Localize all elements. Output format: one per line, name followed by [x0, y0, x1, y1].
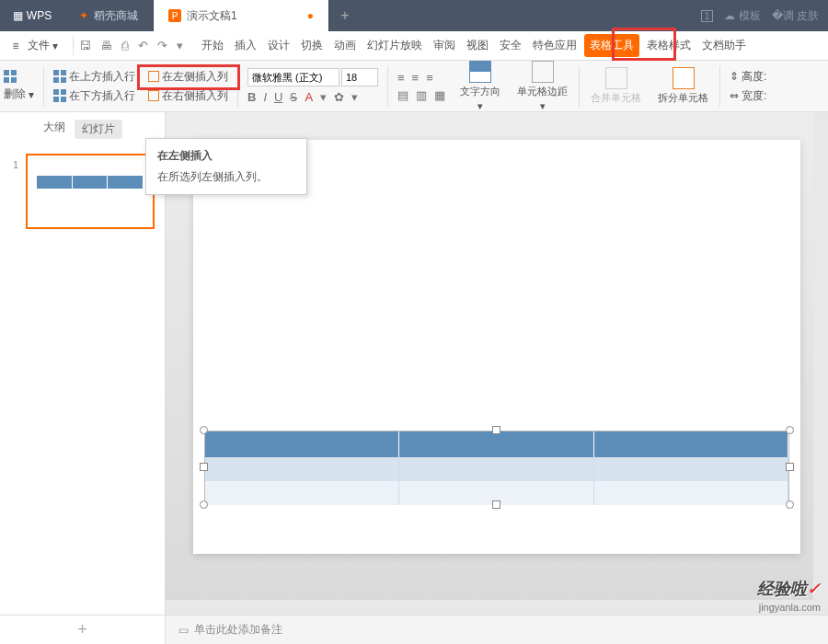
tab-insert[interactable]: 插入	[231, 34, 260, 57]
handle-tl[interactable]	[200, 426, 208, 434]
highlight-button[interactable]: ✿	[334, 90, 344, 104]
handle-ml[interactable]	[200, 463, 208, 471]
undo-icon[interactable]: ↶	[138, 39, 148, 52]
tab-transition[interactable]: 切换	[297, 34, 327, 57]
window-badge[interactable]: 1	[701, 10, 714, 22]
outline-tab[interactable]: 大纲	[43, 120, 65, 139]
file-menu[interactable]: 文件▾	[28, 38, 58, 53]
bold-button[interactable]: B	[247, 90, 256, 104]
insert-col-left[interactable]: 在左侧插入列	[148, 69, 228, 85]
delete-label[interactable]: 删除 ▾	[4, 86, 34, 102]
valign-middle-icon[interactable]: ▥	[416, 88, 427, 102]
quick-access-toolbar: 🖫 🖶 ⎙ ↶ ↷ ▾	[79, 39, 183, 52]
tab-store[interactable]: ✦ 稻壳商城	[64, 0, 154, 31]
tab-doc-helper[interactable]: 文档助手	[698, 34, 750, 57]
add-slide-button[interactable]: +	[0, 615, 166, 644]
delete-button[interactable]	[4, 70, 34, 83]
wps-icon: ▦	[13, 9, 23, 22]
handle-mr[interactable]	[786, 463, 794, 471]
modified-dot-icon: ●	[307, 9, 314, 22]
tab-security[interactable]: 安全	[496, 34, 525, 57]
preview-icon[interactable]: ⎙	[121, 39, 129, 52]
tab-special[interactable]: 特色应用	[529, 34, 581, 57]
tab-store-label: 稻壳商城	[94, 8, 138, 24]
grid-icon	[4, 70, 17, 83]
selected-table[interactable]	[204, 431, 789, 504]
split-icon	[673, 67, 695, 89]
font-name-select[interactable]	[247, 68, 339, 86]
tab-design[interactable]: 设计	[264, 34, 293, 57]
more-qat-icon[interactable]: ▾	[177, 39, 183, 52]
valign-bottom-icon[interactable]: ▦	[434, 88, 445, 102]
ribbon: 删除 ▾ 在上方插入行 在下方插入行 在左侧插入列 在右侧插入列 B I U S…	[0, 61, 828, 112]
tab-table-tools[interactable]: 表格工具	[584, 34, 639, 57]
valign-top-icon[interactable]: ▤	[397, 88, 408, 102]
tooltip-insert-left: 在左侧插入 在所选列左侧插入列。	[145, 138, 307, 195]
cell-margin-icon	[532, 61, 554, 83]
tab-table-style[interactable]: 表格样式	[643, 34, 695, 57]
new-tab-button[interactable]: +	[329, 7, 361, 24]
align-left-icon[interactable]: ≡	[397, 71, 405, 85]
insert-row-below[interactable]: 在下方插入行	[53, 88, 135, 104]
cell-margin-button[interactable]: 单元格边距 ▾	[512, 61, 573, 112]
text-direction-button[interactable]: 文字方向 ▾	[454, 61, 506, 112]
handle-tm[interactable]	[492, 426, 500, 434]
skin-link[interactable]: �调 皮肤	[772, 8, 819, 24]
insert-below-icon	[53, 89, 66, 102]
notes-pane[interactable]: ▭ 单击此处添加备注	[166, 615, 828, 644]
slide-panel: 大纲 幻灯片 1	[0, 112, 166, 615]
tab-document-label: 演示文稿1	[187, 8, 237, 24]
height-icon: ⇕	[730, 70, 739, 83]
tooltip-title: 在左侧插入	[157, 148, 295, 164]
vertical-scrollbar[interactable]	[813, 112, 828, 615]
align-right-icon[interactable]: ≡	[426, 71, 433, 85]
row-height[interactable]: ⇕高度:	[730, 69, 766, 85]
slides-tab[interactable]: 幻灯片	[75, 120, 122, 139]
insert-left-icon	[148, 71, 159, 82]
insert-row-above[interactable]: 在上方插入行	[53, 69, 135, 85]
handle-bm[interactable]	[492, 500, 500, 509]
chevron-down-icon: ▾	[52, 40, 58, 52]
tab-animation[interactable]: 动画	[330, 34, 360, 57]
template-link[interactable]: ☁ 模板	[724, 8, 760, 24]
tab-review[interactable]: 审阅	[430, 34, 459, 57]
hamburger-icon[interactable]: ≡	[9, 40, 22, 52]
app-logo: ▦ WPS	[0, 9, 64, 22]
tab-view[interactable]: 视图	[463, 34, 492, 57]
split-cells-button[interactable]: 拆分单元格	[652, 67, 714, 105]
presentation-icon: P	[168, 9, 181, 22]
handle-bl[interactable]	[200, 500, 208, 509]
align-center-icon[interactable]: ≡	[412, 71, 420, 85]
tab-document[interactable]: P 演示文稿1 ●	[154, 0, 329, 31]
merge-cells-button[interactable]: 合并单元格	[585, 67, 647, 105]
save-icon[interactable]: 🖫	[79, 39, 91, 52]
tab-start[interactable]: 开始	[198, 34, 227, 57]
checkmark-icon: ✓	[807, 580, 821, 598]
title-bar: ▦ WPS ✦ 稻壳商城 P 演示文稿1 ● + 1 ☁ 模板 �调 皮肤	[0, 0, 828, 31]
flame-icon: ✦	[79, 9, 88, 22]
slide[interactable]	[193, 140, 800, 554]
handle-br[interactable]	[786, 500, 794, 509]
insert-col-right[interactable]: 在右侧插入列	[148, 88, 228, 104]
print-icon[interactable]: 🖶	[100, 39, 112, 52]
watermark: 经验啦✓	[757, 578, 821, 600]
slide-number: 1	[13, 159, 18, 170]
redo-icon[interactable]: ↷	[157, 39, 167, 52]
strike-button[interactable]: S̶	[290, 90, 297, 104]
text-direction-icon	[469, 61, 491, 83]
font-size-select[interactable]	[341, 68, 378, 86]
horizontal-scrollbar[interactable]	[166, 600, 813, 615]
underline-button[interactable]: U	[274, 90, 282, 104]
watermark-sub: jingyanla.com	[759, 602, 821, 613]
font-color-button[interactable]: A	[305, 90, 313, 104]
slide-thumbnail-1[interactable]: 1	[13, 154, 152, 229]
italic-button[interactable]: I	[263, 90, 267, 104]
tooltip-desc: 在所选列左侧插入列。	[157, 169, 295, 185]
tab-slideshow[interactable]: 幻灯片放映	[363, 34, 426, 57]
app-name: WPS	[27, 9, 52, 22]
handle-tr[interactable]	[786, 426, 794, 434]
col-width[interactable]: ⇔宽度:	[730, 88, 766, 104]
notes-icon: ▭	[178, 624, 189, 637]
menu-bar: ≡ 文件▾ 🖫 🖶 ⎙ ↶ ↷ ▾ 开始 插入 设计 切换 动画 幻灯片放映 审…	[0, 31, 828, 61]
ribbon-tabs: 开始 插入 设计 切换 动画 幻灯片放映 审阅 视图 安全 特色应用 表格工具 …	[198, 34, 750, 57]
